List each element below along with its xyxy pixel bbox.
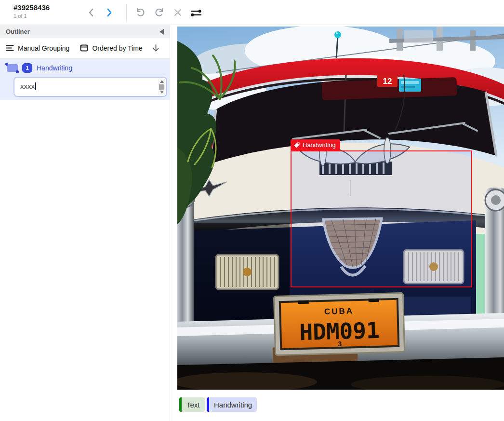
grouping-button[interactable]: Manual Grouping [6,44,69,52]
label-handwriting-name: Handwriting [214,401,252,409]
bbox-label-text: Handwriting [303,141,336,149]
fog-light-left [216,255,279,289]
outliner-panel: Outliner Manual Grouping Ordered by Time… [0,25,170,421]
annotation-canvas[interactable]: 12 [177,27,504,390]
bbox-label-tag[interactable]: Handwriting [291,139,340,150]
rectangle-region-icon [7,64,18,72]
undo-button[interactable] [134,7,146,18]
plate-country: CUBA [324,306,354,316]
task-info: #39258436 1 of 1 [13,3,50,19]
undo-icon [134,7,146,18]
chevron-left-icon [86,7,97,18]
task-id: #39258436 [13,3,50,12]
ordered-by-time-icon [80,44,88,52]
label-studio-app: #39258436 1 of 1 Outliner [0,0,504,421]
task-counter: 1 of 1 [13,13,50,19]
region-text-value: xxxx [20,82,35,90]
grouping-label: Manual Grouping [18,44,69,52]
plate-suffix: 3 [338,340,342,348]
bbox-region-handwriting[interactable]: Handwriting [291,150,472,287]
text-caret [35,82,36,90]
sliders-icon [190,7,202,19]
label-handwriting-button[interactable]: Handwriting [207,397,257,412]
chevron-right-icon [103,7,115,18]
next-task-button[interactable] [103,7,115,18]
region-text-input[interactable]: xxxx [13,77,167,97]
scroll-down-icon[interactable] [160,91,164,94]
sort-direction-button[interactable] [151,43,161,53]
label-text-button[interactable]: Text [179,397,205,412]
blue-sticker [399,79,421,92]
arrow-down-icon [151,43,160,53]
manual-grouping-icon [6,44,14,52]
close-icon [172,7,184,18]
toolbar-divider [126,4,127,21]
scroll-up-icon[interactable] [160,80,164,83]
sticker-number: 12 [383,77,392,86]
label-text-name: Text [186,401,200,409]
region-item-selected: 1 Handwriting xxxx [0,59,170,100]
settings-button[interactable] [190,7,201,18]
outliner-controls: Manual Grouping Ordered by Time [0,38,170,59]
scroll-thumb[interactable] [159,84,164,90]
tag-icon [293,142,300,149]
region-index-badge: 1 [22,63,32,73]
collapse-panel-icon[interactable] [159,29,164,35]
license-plate: CUBA HDM091 3 [274,293,404,355]
top-toolbar: #39258436 1 of 1 [0,0,504,25]
reset-button[interactable] [172,7,184,18]
ordering-button[interactable]: Ordered by Time [80,44,142,52]
ordering-label: Ordered by Time [92,44,142,52]
outliner-title: Outliner [6,28,30,35]
input-scrollbar[interactable] [158,79,165,95]
region-label: Handwriting [37,64,72,72]
region-row[interactable]: 1 Handwriting [0,59,170,77]
redo-icon [154,7,165,18]
outliner-header: Outliner [0,25,170,38]
prev-task-button[interactable] [86,7,97,18]
redo-button[interactable] [154,7,165,18]
